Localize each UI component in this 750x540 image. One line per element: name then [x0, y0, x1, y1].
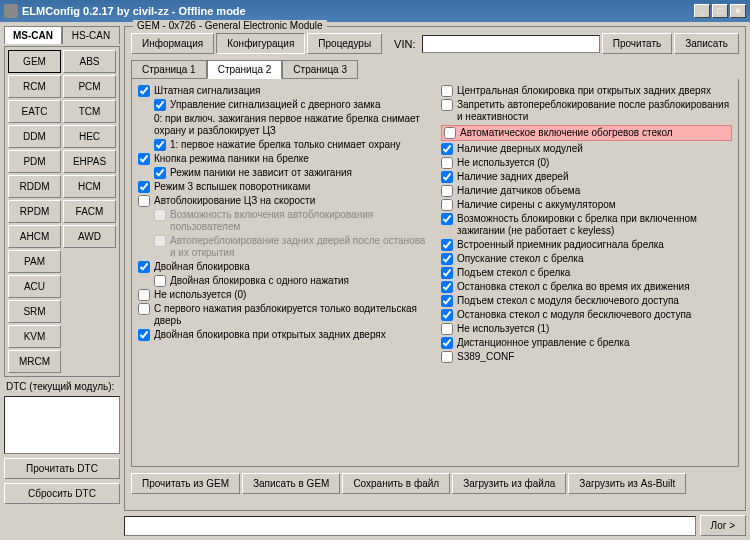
- config-option: Наличие задних дверей: [441, 171, 732, 183]
- module-button-srm[interactable]: SRM: [8, 300, 61, 323]
- config-label: Не используется (0): [457, 157, 732, 169]
- config-checkbox[interactable]: [138, 303, 150, 315]
- config-checkbox[interactable]: [138, 153, 150, 165]
- procedures-tab[interactable]: Процедуры: [307, 33, 382, 54]
- read-from-gem-button[interactable]: Прочитать из GEM: [131, 473, 240, 494]
- config-checkbox[interactable]: [154, 167, 166, 179]
- page-tab-2[interactable]: Страница 2: [207, 60, 283, 79]
- module-button-eatc[interactable]: EATC: [8, 100, 61, 123]
- config-checkbox[interactable]: [441, 85, 453, 97]
- close-button[interactable]: ×: [730, 4, 746, 18]
- config-option: Возможность блокировки с брелка при вклю…: [441, 213, 732, 237]
- module-button-hcm[interactable]: HCM: [63, 175, 116, 198]
- config-label: Запретить автопереблокирование после раз…: [457, 99, 732, 123]
- config-label: Наличие датчиков объема: [457, 185, 732, 197]
- config-checkbox[interactable]: [154, 139, 166, 151]
- module-button-acu[interactable]: ACU: [8, 275, 61, 298]
- module-button-facm[interactable]: FACM: [63, 200, 116, 223]
- module-button-ehpas[interactable]: EHPAS: [63, 150, 116, 173]
- config-checkbox[interactable]: [441, 239, 453, 251]
- load-from-file-button[interactable]: Загрузить из файла: [452, 473, 566, 494]
- module-button-ahcm[interactable]: AHCM: [8, 225, 61, 248]
- config-label: Двойная блокировка с одного нажатия: [170, 275, 429, 287]
- config-checkbox[interactable]: [441, 323, 453, 335]
- config-checkbox[interactable]: [441, 267, 453, 279]
- config-checkbox[interactable]: [441, 213, 453, 225]
- config-checkbox[interactable]: [441, 143, 453, 155]
- save-to-file-button[interactable]: Сохранить в файл: [342, 473, 450, 494]
- config-option: Режим 3 вспышек поворотниками: [138, 181, 429, 193]
- config-checkbox[interactable]: [441, 185, 453, 197]
- config-checkbox[interactable]: [154, 99, 166, 111]
- module-button-mrcm[interactable]: MRCM: [8, 350, 61, 373]
- load-from-asbuilt-button[interactable]: Загрузить из As-Built: [568, 473, 686, 494]
- module-grid: GEMABSRCMPCMEATCTCMDDMHECPDMEHPASRDDMHCM…: [4, 46, 120, 377]
- config-option: 1: первое нажатие брелка только снимает …: [154, 139, 429, 151]
- module-button-pcm[interactable]: PCM: [63, 75, 116, 98]
- config-option: Наличие датчиков объема: [441, 185, 732, 197]
- config-option: S389_CONF: [441, 351, 732, 363]
- config-checkbox[interactable]: [441, 253, 453, 265]
- module-button-kvm[interactable]: KVM: [8, 325, 61, 348]
- config-checkbox[interactable]: [138, 261, 150, 273]
- minimize-button[interactable]: _: [694, 4, 710, 18]
- module-button-pam[interactable]: PAM: [8, 250, 61, 273]
- config-subtext: 0: при включ. зажигания первое нажатие б…: [154, 113, 429, 137]
- module-button-tcm[interactable]: TCM: [63, 100, 116, 123]
- config-checkbox[interactable]: [441, 157, 453, 169]
- module-button-ddm[interactable]: DDM: [8, 125, 61, 148]
- config-tab[interactable]: Конфигурация: [216, 33, 305, 54]
- config-option: Двойная блокировка: [138, 261, 429, 273]
- vin-input[interactable]: [422, 35, 600, 53]
- info-tab[interactable]: Информация: [131, 33, 214, 54]
- config-checkbox[interactable]: [138, 289, 150, 301]
- page-tab-3[interactable]: Страница 3: [282, 60, 358, 79]
- config-label: Встроенный приемник радиосигнала брелка: [457, 239, 732, 251]
- module-button-hec[interactable]: HEC: [63, 125, 116, 148]
- read-button[interactable]: Прочитать: [602, 33, 673, 54]
- left-panel: MS-CAN HS-CAN GEMABSRCMPCMEATCTCMDDMHECP…: [4, 26, 120, 536]
- log-toggle-button[interactable]: Лог >: [700, 515, 746, 536]
- tab-mscan[interactable]: MS-CAN: [4, 26, 62, 44]
- config-option: Запретить автопереблокирование после раз…: [441, 99, 732, 123]
- module-button-rcm[interactable]: RCM: [8, 75, 61, 98]
- config-checkbox[interactable]: [441, 309, 453, 321]
- config-checkbox[interactable]: [444, 127, 456, 139]
- page-tab-1[interactable]: Страница 1: [131, 60, 207, 79]
- config-checkbox[interactable]: [441, 99, 453, 111]
- config-label: Центральная блокировка при открытых задн…: [457, 85, 732, 97]
- module-button-abs[interactable]: ABS: [63, 50, 116, 73]
- config-checkbox[interactable]: [441, 295, 453, 307]
- config-checkbox[interactable]: [138, 85, 150, 97]
- module-button-gem[interactable]: GEM: [8, 50, 61, 73]
- read-dtc-button[interactable]: Прочитать DTC: [4, 458, 120, 479]
- config-checkbox[interactable]: [441, 351, 453, 363]
- maximize-button[interactable]: □: [712, 4, 728, 18]
- module-button-rddm[interactable]: RDDM: [8, 175, 61, 198]
- write-button[interactable]: Записать: [674, 33, 739, 54]
- config-checkbox[interactable]: [441, 337, 453, 349]
- config-checkbox[interactable]: [441, 199, 453, 211]
- dtc-listbox[interactable]: [4, 396, 120, 454]
- fieldset-legend: GEM - 0x726 - General Electronic Module: [133, 20, 327, 31]
- config-checkbox[interactable]: [138, 195, 150, 207]
- tab-hscan[interactable]: HS-CAN: [62, 26, 120, 44]
- config-checkbox[interactable]: [441, 281, 453, 293]
- config-option: Встроенный приемник радиосигнала брелка: [441, 239, 732, 251]
- module-button-pdm[interactable]: PDM: [8, 150, 61, 173]
- clear-dtc-button[interactable]: Сбросить DTC: [4, 483, 120, 504]
- config-checkbox[interactable]: [138, 181, 150, 193]
- config-checkbox[interactable]: [441, 171, 453, 183]
- config-label: Кнопка режима паники на брелке: [154, 153, 429, 165]
- config-label: S389_CONF: [457, 351, 732, 363]
- app-icon: [4, 4, 18, 18]
- config-label: Режим паники не зависит от зажигания: [170, 167, 429, 179]
- config-label: Опускание стекол с брелка: [457, 253, 732, 265]
- module-button-rpdm[interactable]: RPDM: [8, 200, 61, 223]
- config-checkbox[interactable]: [154, 275, 166, 287]
- config-option: Не используется (0): [138, 289, 429, 301]
- config-checkbox[interactable]: [138, 329, 150, 341]
- config-option: Подъем стекол с брелка: [441, 267, 732, 279]
- write-to-gem-button[interactable]: Записать в GEM: [242, 473, 340, 494]
- module-button-awd[interactable]: AWD: [63, 225, 116, 248]
